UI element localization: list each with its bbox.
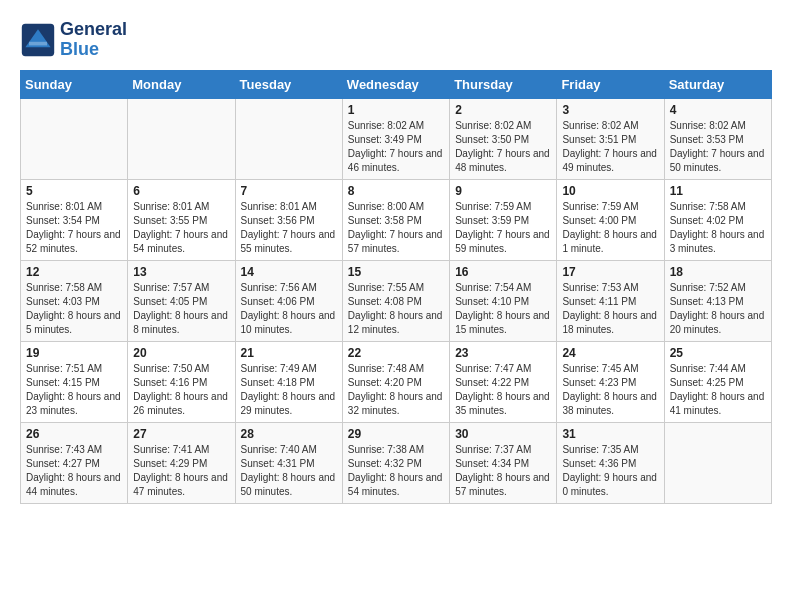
calendar-day-cell bbox=[21, 98, 128, 179]
logo-icon bbox=[20, 22, 56, 58]
calendar-day-cell: 27Sunrise: 7:41 AM Sunset: 4:29 PM Dayli… bbox=[128, 422, 235, 503]
day-info: Sunrise: 7:56 AM Sunset: 4:06 PM Dayligh… bbox=[241, 281, 337, 337]
day-number: 20 bbox=[133, 346, 229, 360]
day-info: Sunrise: 7:40 AM Sunset: 4:31 PM Dayligh… bbox=[241, 443, 337, 499]
calendar-day-cell: 12Sunrise: 7:58 AM Sunset: 4:03 PM Dayli… bbox=[21, 260, 128, 341]
day-info: Sunrise: 8:01 AM Sunset: 3:54 PM Dayligh… bbox=[26, 200, 122, 256]
day-number: 7 bbox=[241, 184, 337, 198]
logo-text: General Blue bbox=[60, 20, 127, 60]
calendar-day-cell: 31Sunrise: 7:35 AM Sunset: 4:36 PM Dayli… bbox=[557, 422, 664, 503]
calendar-day-cell: 20Sunrise: 7:50 AM Sunset: 4:16 PM Dayli… bbox=[128, 341, 235, 422]
calendar-week-row: 26Sunrise: 7:43 AM Sunset: 4:27 PM Dayli… bbox=[21, 422, 772, 503]
day-number: 22 bbox=[348, 346, 444, 360]
day-number: 1 bbox=[348, 103, 444, 117]
calendar-day-cell: 15Sunrise: 7:55 AM Sunset: 4:08 PM Dayli… bbox=[342, 260, 449, 341]
day-number: 26 bbox=[26, 427, 122, 441]
logo: General Blue bbox=[20, 20, 127, 60]
weekday-header-saturday: Saturday bbox=[664, 70, 771, 98]
day-number: 19 bbox=[26, 346, 122, 360]
day-info: Sunrise: 7:37 AM Sunset: 4:34 PM Dayligh… bbox=[455, 443, 551, 499]
day-info: Sunrise: 7:55 AM Sunset: 4:08 PM Dayligh… bbox=[348, 281, 444, 337]
calendar-day-cell: 8Sunrise: 8:00 AM Sunset: 3:58 PM Daylig… bbox=[342, 179, 449, 260]
day-info: Sunrise: 7:58 AM Sunset: 4:03 PM Dayligh… bbox=[26, 281, 122, 337]
day-number: 15 bbox=[348, 265, 444, 279]
day-info: Sunrise: 7:58 AM Sunset: 4:02 PM Dayligh… bbox=[670, 200, 766, 256]
day-number: 11 bbox=[670, 184, 766, 198]
day-number: 21 bbox=[241, 346, 337, 360]
day-number: 25 bbox=[670, 346, 766, 360]
calendar-day-cell: 3Sunrise: 8:02 AM Sunset: 3:51 PM Daylig… bbox=[557, 98, 664, 179]
day-info: Sunrise: 7:41 AM Sunset: 4:29 PM Dayligh… bbox=[133, 443, 229, 499]
day-info: Sunrise: 8:02 AM Sunset: 3:50 PM Dayligh… bbox=[455, 119, 551, 175]
calendar-day-cell: 24Sunrise: 7:45 AM Sunset: 4:23 PM Dayli… bbox=[557, 341, 664, 422]
day-number: 31 bbox=[562, 427, 658, 441]
calendar-day-cell: 16Sunrise: 7:54 AM Sunset: 4:10 PM Dayli… bbox=[450, 260, 557, 341]
day-info: Sunrise: 7:44 AM Sunset: 4:25 PM Dayligh… bbox=[670, 362, 766, 418]
calendar-day-cell: 11Sunrise: 7:58 AM Sunset: 4:02 PM Dayli… bbox=[664, 179, 771, 260]
day-number: 30 bbox=[455, 427, 551, 441]
weekday-header-thursday: Thursday bbox=[450, 70, 557, 98]
calendar-day-cell: 5Sunrise: 8:01 AM Sunset: 3:54 PM Daylig… bbox=[21, 179, 128, 260]
day-number: 13 bbox=[133, 265, 229, 279]
calendar-day-cell bbox=[128, 98, 235, 179]
weekday-header-sunday: Sunday bbox=[21, 70, 128, 98]
day-info: Sunrise: 7:47 AM Sunset: 4:22 PM Dayligh… bbox=[455, 362, 551, 418]
calendar-day-cell: 10Sunrise: 7:59 AM Sunset: 4:00 PM Dayli… bbox=[557, 179, 664, 260]
weekday-header-friday: Friday bbox=[557, 70, 664, 98]
day-number: 18 bbox=[670, 265, 766, 279]
calendar-day-cell: 22Sunrise: 7:48 AM Sunset: 4:20 PM Dayli… bbox=[342, 341, 449, 422]
day-info: Sunrise: 7:45 AM Sunset: 4:23 PM Dayligh… bbox=[562, 362, 658, 418]
day-number: 23 bbox=[455, 346, 551, 360]
weekday-header-wednesday: Wednesday bbox=[342, 70, 449, 98]
day-number: 27 bbox=[133, 427, 229, 441]
calendar-day-cell: 25Sunrise: 7:44 AM Sunset: 4:25 PM Dayli… bbox=[664, 341, 771, 422]
day-number: 4 bbox=[670, 103, 766, 117]
weekday-header-row: SundayMondayTuesdayWednesdayThursdayFrid… bbox=[21, 70, 772, 98]
day-info: Sunrise: 7:38 AM Sunset: 4:32 PM Dayligh… bbox=[348, 443, 444, 499]
calendar-day-cell: 29Sunrise: 7:38 AM Sunset: 4:32 PM Dayli… bbox=[342, 422, 449, 503]
calendar-day-cell: 6Sunrise: 8:01 AM Sunset: 3:55 PM Daylig… bbox=[128, 179, 235, 260]
calendar-week-row: 5Sunrise: 8:01 AM Sunset: 3:54 PM Daylig… bbox=[21, 179, 772, 260]
day-info: Sunrise: 8:00 AM Sunset: 3:58 PM Dayligh… bbox=[348, 200, 444, 256]
day-info: Sunrise: 8:02 AM Sunset: 3:53 PM Dayligh… bbox=[670, 119, 766, 175]
calendar-day-cell: 7Sunrise: 8:01 AM Sunset: 3:56 PM Daylig… bbox=[235, 179, 342, 260]
day-number: 28 bbox=[241, 427, 337, 441]
day-info: Sunrise: 7:57 AM Sunset: 4:05 PM Dayligh… bbox=[133, 281, 229, 337]
day-number: 6 bbox=[133, 184, 229, 198]
day-number: 10 bbox=[562, 184, 658, 198]
calendar-day-cell: 19Sunrise: 7:51 AM Sunset: 4:15 PM Dayli… bbox=[21, 341, 128, 422]
calendar-day-cell: 2Sunrise: 8:02 AM Sunset: 3:50 PM Daylig… bbox=[450, 98, 557, 179]
day-number: 2 bbox=[455, 103, 551, 117]
day-info: Sunrise: 8:01 AM Sunset: 3:55 PM Dayligh… bbox=[133, 200, 229, 256]
svg-rect-2 bbox=[29, 42, 47, 46]
day-info: Sunrise: 7:59 AM Sunset: 4:00 PM Dayligh… bbox=[562, 200, 658, 256]
calendar-day-cell: 28Sunrise: 7:40 AM Sunset: 4:31 PM Dayli… bbox=[235, 422, 342, 503]
day-number: 16 bbox=[455, 265, 551, 279]
calendar-day-cell: 17Sunrise: 7:53 AM Sunset: 4:11 PM Dayli… bbox=[557, 260, 664, 341]
day-info: Sunrise: 7:54 AM Sunset: 4:10 PM Dayligh… bbox=[455, 281, 551, 337]
calendar-week-row: 1Sunrise: 8:02 AM Sunset: 3:49 PM Daylig… bbox=[21, 98, 772, 179]
day-number: 17 bbox=[562, 265, 658, 279]
day-info: Sunrise: 7:50 AM Sunset: 4:16 PM Dayligh… bbox=[133, 362, 229, 418]
day-info: Sunrise: 7:53 AM Sunset: 4:11 PM Dayligh… bbox=[562, 281, 658, 337]
day-info: Sunrise: 7:59 AM Sunset: 3:59 PM Dayligh… bbox=[455, 200, 551, 256]
calendar-week-row: 19Sunrise: 7:51 AM Sunset: 4:15 PM Dayli… bbox=[21, 341, 772, 422]
day-number: 29 bbox=[348, 427, 444, 441]
calendar-day-cell: 4Sunrise: 8:02 AM Sunset: 3:53 PM Daylig… bbox=[664, 98, 771, 179]
day-info: Sunrise: 7:52 AM Sunset: 4:13 PM Dayligh… bbox=[670, 281, 766, 337]
calendar-day-cell bbox=[235, 98, 342, 179]
header: General Blue bbox=[20, 20, 772, 60]
day-info: Sunrise: 7:49 AM Sunset: 4:18 PM Dayligh… bbox=[241, 362, 337, 418]
day-number: 12 bbox=[26, 265, 122, 279]
weekday-header-tuesday: Tuesday bbox=[235, 70, 342, 98]
calendar-day-cell: 26Sunrise: 7:43 AM Sunset: 4:27 PM Dayli… bbox=[21, 422, 128, 503]
day-number: 8 bbox=[348, 184, 444, 198]
day-info: Sunrise: 8:02 AM Sunset: 3:49 PM Dayligh… bbox=[348, 119, 444, 175]
calendar-day-cell: 13Sunrise: 7:57 AM Sunset: 4:05 PM Dayli… bbox=[128, 260, 235, 341]
calendar-day-cell bbox=[664, 422, 771, 503]
calendar-week-row: 12Sunrise: 7:58 AM Sunset: 4:03 PM Dayli… bbox=[21, 260, 772, 341]
day-number: 9 bbox=[455, 184, 551, 198]
day-info: Sunrise: 8:02 AM Sunset: 3:51 PM Dayligh… bbox=[562, 119, 658, 175]
day-info: Sunrise: 7:51 AM Sunset: 4:15 PM Dayligh… bbox=[26, 362, 122, 418]
calendar-day-cell: 9Sunrise: 7:59 AM Sunset: 3:59 PM Daylig… bbox=[450, 179, 557, 260]
